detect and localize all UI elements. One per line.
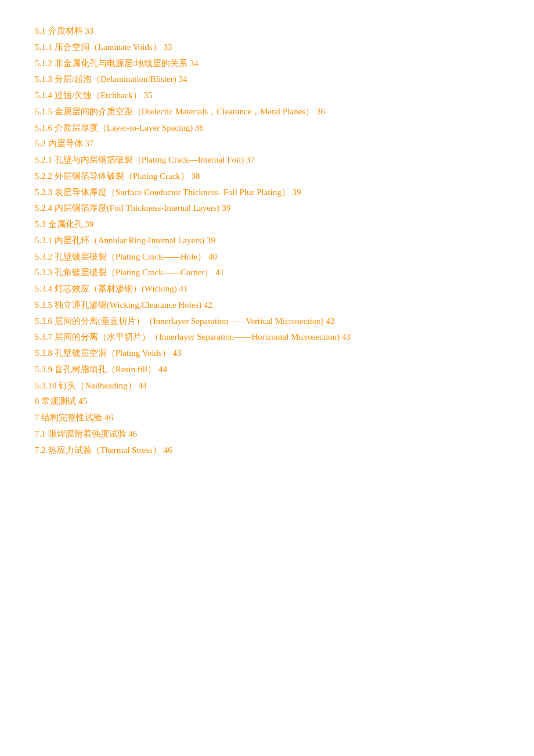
toc-item-l15: 5.3.2 孔壁镀层破裂（Plating Crack——Hole） 40 bbox=[35, 249, 499, 265]
toc-item-l17: 5.3.4 灯芯效应（基材渗铜）(Wicking) 41 bbox=[35, 281, 499, 297]
toc-item-l6: 5.1.5 金属层间的介质空距（Dielectic Materials，Clea… bbox=[35, 104, 499, 120]
toc-item-l4: 5.1.3 分层/起泡（Delamination/Blister) 34 bbox=[35, 71, 499, 88]
toc-item-l2: 5.1.1 压合空洞（Laminate Voids） 33 bbox=[35, 39, 499, 56]
toc-item-l7: 5.1.6 介质层厚度（Layer-to-Layer Spacing) 36 bbox=[35, 120, 499, 136]
toc-item-l19: 5.3.6 层间的分离(垂直切片）（Innerlayer Separation—… bbox=[35, 314, 499, 330]
toc-item-l3: 5.1.2 非金属化孔与电源层/地线层的关系 34 bbox=[35, 56, 499, 72]
toc-item-l14: 5.3.1 内层孔环（Annular Ring-Internal Layers)… bbox=[35, 233, 499, 249]
toc-item-l26: 7.1 阻焊膜附着强度试验 46 bbox=[35, 426, 499, 442]
toc-item-l11: 5.2.3 表层导体厚度（Surface Couductor Thickness… bbox=[35, 185, 499, 201]
toc-item-l25: 7 结构完整性试验 46 bbox=[35, 410, 499, 426]
toc-item-l23: 5.3.10 钉头（Nailheading） 44 bbox=[35, 378, 499, 394]
toc-item-l22: 5.3.9 盲孔树脂填孔（Resin fill） 44 bbox=[35, 362, 499, 378]
toc-container: 5.1 介质材料 335.1.1 压合空洞（Laminate Voids） 33… bbox=[35, 23, 499, 458]
toc-item-l21: 5.3.8 孔壁镀层空洞（Plating Voids） 43 bbox=[35, 345, 499, 362]
toc-item-l20: 5.3.7 层间的分离（水平切片）（Innerlayer Separation—… bbox=[35, 329, 499, 345]
toc-item-l10: 5.2.2 外层铜箔导体破裂（Plating Crack） 38 bbox=[35, 168, 499, 185]
toc-item-l16: 5.3.3 孔角镀层破裂（Plating Crack——Corner） 41 bbox=[35, 265, 499, 281]
toc-item-l1: 5.1 介质材料 33 bbox=[35, 23, 499, 39]
toc-item-l13: 5.3 金属化孔 39 bbox=[35, 217, 499, 233]
toc-item-l24: 6 常规测试 45 bbox=[35, 394, 499, 410]
toc-item-l9: 5.2.1 孔壁与内层铜箔破裂（Plating Crack---Internal… bbox=[35, 152, 499, 168]
toc-item-l18: 5.3.5 独立通孔渗铜(Wicking,Clearance Holes) 42 bbox=[35, 297, 499, 314]
toc-item-l8: 5.2 内层导体 37 bbox=[35, 136, 499, 152]
toc-item-l5: 5.1.4 过蚀/欠蚀（Etchback） 35 bbox=[35, 88, 499, 104]
toc-item-l12: 5.2.4 内层铜箔厚度(Foil Thickness-Internal Lay… bbox=[35, 200, 499, 217]
toc-item-l27: 7.2 热应力试验（Thermal Stress） 46 bbox=[35, 442, 499, 459]
